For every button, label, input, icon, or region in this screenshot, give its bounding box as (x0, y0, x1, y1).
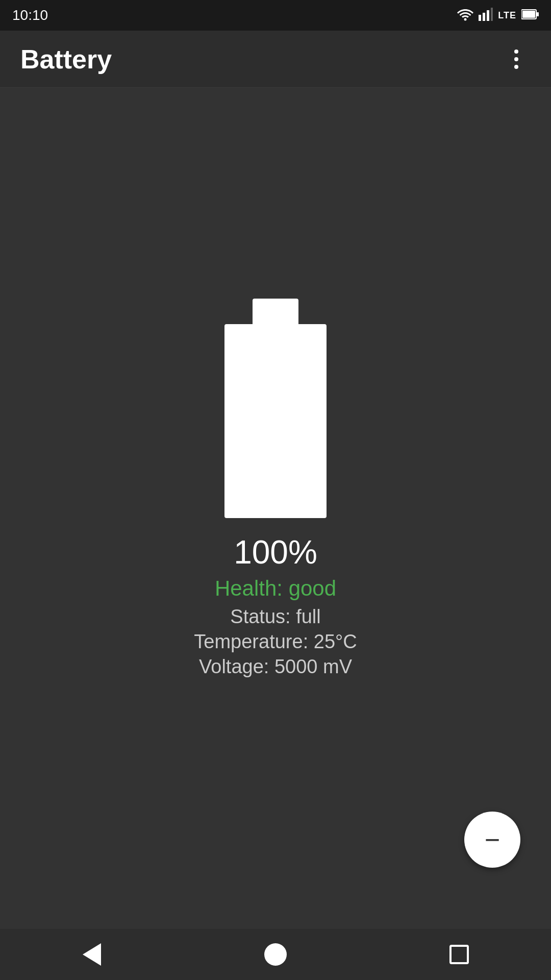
more-dots-icon (514, 50, 518, 69)
wifi-icon (457, 8, 473, 23)
fab-button[interactable]: − (464, 812, 520, 868)
lte-label: LTE (498, 10, 516, 21)
home-circle-icon (264, 943, 287, 966)
svg-rect-7 (537, 12, 539, 16)
status-bar: 10:10 LTE (0, 0, 551, 31)
home-button[interactable] (255, 934, 296, 975)
svg-rect-6 (522, 11, 535, 18)
fab-minus-icon: − (485, 826, 500, 853)
battery-status-icon (521, 9, 539, 22)
more-options-button[interactable] (502, 45, 531, 74)
signal-icon (479, 8, 493, 23)
battery-terminal (253, 299, 298, 324)
svg-rect-1 (479, 15, 481, 21)
battery-health: Health: good (215, 576, 336, 601)
main-content: 100% Health: good Status: full Temperatu… (0, 88, 551, 929)
app-bar: Battery (0, 31, 551, 88)
battery-voltage: Voltage: 5000 mV (199, 656, 352, 678)
battery-temperature: Temperature: 25°C (194, 631, 357, 653)
back-arrow-icon (83, 943, 101, 966)
svg-point-0 (464, 18, 467, 20)
svg-rect-3 (487, 10, 489, 21)
svg-rect-4 (491, 8, 493, 21)
battery-status: Status: full (230, 606, 320, 628)
battery-percentage: 100% (234, 533, 317, 571)
recents-square-icon (449, 945, 469, 964)
recents-button[interactable] (439, 934, 480, 975)
status-icons: LTE (457, 8, 539, 23)
page-title: Battery (20, 44, 112, 75)
back-button[interactable] (71, 934, 112, 975)
status-time: 10:10 (12, 7, 48, 23)
battery-icon-display (224, 299, 327, 518)
battery-body (224, 324, 327, 518)
svg-rect-2 (483, 13, 485, 21)
nav-bar (0, 929, 551, 980)
